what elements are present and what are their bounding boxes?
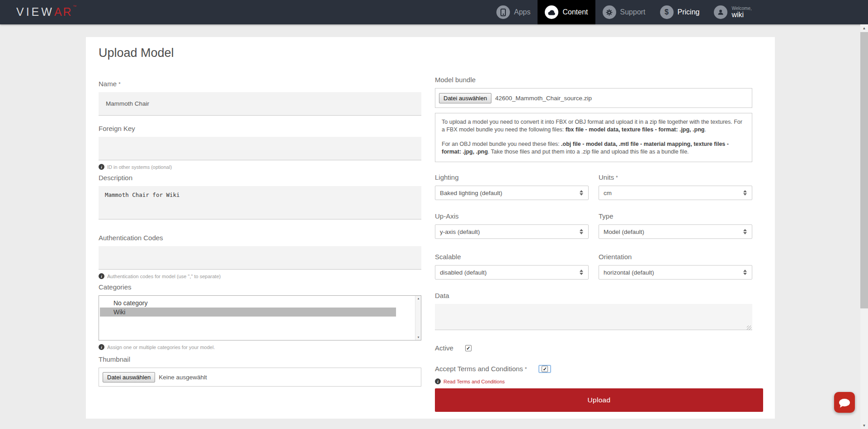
description-textarea[interactable]: Mammoth Chair for Wiki bbox=[99, 186, 421, 219]
category-option-wiki[interactable]: Wiki bbox=[100, 308, 396, 317]
units-select[interactable]: cm bbox=[599, 186, 752, 200]
listbox-scrollbar[interactable] bbox=[415, 296, 421, 340]
top-nav-bar: VIEWAR™ Apps Content bbox=[0, 0, 868, 24]
nav-menu: Apps Content bbox=[489, 0, 759, 24]
active-label: Active bbox=[435, 345, 453, 352]
select-spinner-icon bbox=[743, 270, 747, 275]
viewar-logo[interactable]: VIEWAR™ bbox=[16, 5, 76, 19]
nav-item-content[interactable]: Content bbox=[538, 0, 595, 24]
lighting-label: Lighting bbox=[435, 174, 589, 181]
select-spinner-icon bbox=[580, 190, 584, 196]
model-bundle-label: Model bundle bbox=[435, 76, 763, 84]
welcome-text: Welcome, bbox=[731, 6, 751, 11]
read-terms-row: Read Terms and Conditions bbox=[435, 378, 763, 384]
active-checkbox[interactable] bbox=[465, 345, 472, 351]
thumbnail-label: Thumbnail bbox=[99, 356, 421, 363]
categories-listbox[interactable]: No category Wiki bbox=[99, 295, 421, 340]
bundle-info-paragraph-2: For an OBJ model bundle you need these f… bbox=[442, 140, 745, 156]
listbox-up-arrow-icon[interactable] bbox=[415, 296, 421, 301]
data-textarea[interactable] bbox=[435, 304, 752, 330]
scrollbar-thumb[interactable] bbox=[860, 32, 868, 308]
foreign-key-field-group: Foreign Key ID in other systems (optiona… bbox=[99, 125, 421, 170]
auth-codes-input[interactable] bbox=[99, 246, 421, 270]
gear-icon bbox=[603, 5, 616, 19]
page-scrollbar[interactable] bbox=[860, 24, 868, 429]
orientation-select[interactable]: horizontal (default) bbox=[599, 265, 752, 280]
accept-terms-row: Accept Terms and Conditions * bbox=[435, 365, 763, 373]
orientation-label: Orientation bbox=[599, 253, 752, 261]
nav-label-content: Content bbox=[562, 8, 588, 16]
categories-field-group: Categories No category Wiki Assign one o… bbox=[99, 284, 421, 350]
type-label: Type bbox=[599, 213, 752, 220]
nav-item-user[interactable]: Welcome, wiki bbox=[707, 0, 759, 24]
nav-item-support[interactable]: Support bbox=[595, 0, 653, 24]
tablet-icon bbox=[496, 5, 510, 19]
auth-codes-label: Authentication Codes bbox=[99, 234, 421, 242]
nav-label-support: Support bbox=[620, 8, 646, 16]
up-axis-label: Up-Axis bbox=[435, 213, 589, 220]
accept-terms-focus-ring bbox=[538, 365, 551, 373]
scalable-label: Scalable bbox=[435, 253, 589, 261]
chat-button[interactable] bbox=[834, 392, 855, 413]
page-title: Upload Model bbox=[99, 46, 174, 60]
nav-label-pricing: Pricing bbox=[678, 8, 700, 16]
categories-help: Assign one or multiple categories for yo… bbox=[99, 344, 421, 350]
resize-grip-icon[interactable] bbox=[747, 326, 751, 330]
foreign-key-help: ID in other systems (optional) bbox=[99, 164, 421, 170]
logo-ar-text: AR bbox=[54, 5, 73, 18]
select-spinner-icon bbox=[743, 229, 747, 234]
lighting-units-row: Lighting Baked lighting (default) Units … bbox=[435, 174, 763, 200]
upload-model-card: Upload Model Name * Foreign Key ID in ot… bbox=[86, 37, 775, 419]
info-icon bbox=[99, 164, 104, 170]
accept-terms-checkbox[interactable] bbox=[542, 366, 548, 372]
read-terms-link[interactable]: Read Terms and Conditions bbox=[443, 379, 505, 384]
select-spinner-icon bbox=[743, 190, 747, 196]
foreign-key-input[interactable] bbox=[99, 137, 421, 160]
scrollbar-up-arrow-icon[interactable] bbox=[860, 24, 868, 32]
name-input[interactable] bbox=[99, 92, 421, 116]
info-icon bbox=[435, 378, 441, 384]
category-option-no-category[interactable]: No category bbox=[100, 298, 396, 308]
thumbnail-choose-file-button[interactable]: Datei auswählen bbox=[103, 372, 155, 382]
type-select[interactable]: Model (default) bbox=[599, 224, 752, 239]
data-field-group: Data bbox=[435, 292, 763, 332]
thumbnail-filename: Keine ausgewählt bbox=[159, 374, 207, 381]
scalable-select[interactable]: disabled (default) bbox=[435, 265, 589, 280]
left-form-column: Name * Foreign Key ID in other systems (… bbox=[99, 80, 421, 396]
nav-label-apps: Apps bbox=[514, 8, 530, 16]
dollar-icon bbox=[660, 5, 674, 19]
thumbnail-field-group: Thumbnail Datei auswählen Keine ausgewäh… bbox=[99, 356, 421, 387]
logo-trademark: ™ bbox=[73, 5, 76, 9]
logo-view-text: VIEW bbox=[16, 5, 54, 18]
model-bundle-field-group: Model bundle Datei auswählen 42600_Mammo… bbox=[435, 76, 763, 108]
bundle-info-paragraph-1: To upload a model you need to convert it… bbox=[442, 118, 745, 134]
scalable-orientation-row: Scalable disabled (default) Orientation … bbox=[435, 253, 763, 280]
name-label: Name * bbox=[99, 80, 421, 88]
name-field-group: Name * bbox=[99, 80, 421, 116]
auth-codes-field-group: Authentication Codes Authentication code… bbox=[99, 234, 421, 279]
model-bundle-file-input[interactable]: Datei auswählen 42600_Mammoth_Chair_sour… bbox=[435, 88, 752, 108]
nav-item-pricing[interactable]: Pricing bbox=[653, 0, 707, 24]
up-axis-select[interactable]: y-axis (default) bbox=[435, 224, 589, 239]
active-row: Active bbox=[435, 345, 763, 352]
right-form-column: Model bundle Datei auswählen 42600_Mammo… bbox=[435, 76, 763, 412]
cloud-icon bbox=[545, 5, 558, 19]
user-icon bbox=[714, 5, 727, 19]
description-field-group: Description Mammoth Chair for Wiki bbox=[99, 174, 421, 221]
bundle-info-box: To upload a model you need to convert it… bbox=[435, 113, 752, 162]
model-bundle-choose-file-button[interactable]: Datei auswählen bbox=[439, 93, 491, 103]
select-spinner-icon bbox=[580, 229, 584, 234]
info-icon bbox=[99, 344, 104, 350]
chat-bubble-icon bbox=[839, 399, 850, 406]
nav-item-apps[interactable]: Apps bbox=[489, 0, 538, 24]
listbox-down-arrow-icon[interactable] bbox=[415, 335, 421, 340]
auth-codes-help: Authentication codes for model (use "," … bbox=[99, 273, 421, 279]
data-label: Data bbox=[435, 292, 763, 299]
thumbnail-file-input[interactable]: Datei auswählen Keine ausgewählt bbox=[99, 368, 421, 387]
upload-button[interactable]: Upload bbox=[435, 388, 763, 412]
scrollbar-down-arrow-icon[interactable] bbox=[860, 422, 868, 429]
username-text: wiki bbox=[731, 11, 751, 19]
units-label: Units * bbox=[599, 174, 752, 181]
categories-label: Categories bbox=[99, 284, 421, 291]
lighting-select[interactable]: Baked lighting (default) bbox=[435, 186, 589, 200]
